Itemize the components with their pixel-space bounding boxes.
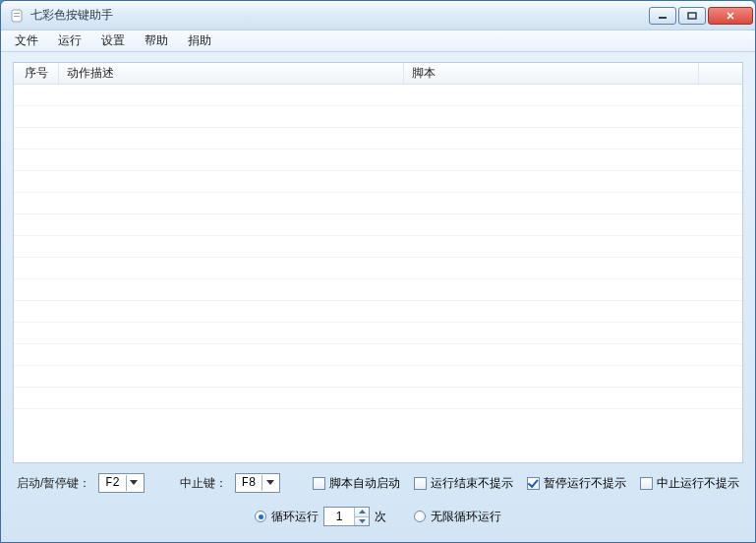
menu-donate[interactable]: 捐助	[178, 30, 221, 51]
col-header-desc[interactable]: 动作描述	[59, 63, 404, 84]
checkbox-no-prompt-pause[interactable]: 暂停运行不提示	[527, 475, 626, 492]
close-button[interactable]	[708, 7, 753, 25]
table-row[interactable]	[14, 214, 742, 236]
checkbox-no-prompt-stop-label: 中止运行不提示	[657, 475, 739, 492]
radio-infinite-loop[interactable]: 无限循环运行	[414, 509, 501, 525]
action-table[interactable]: 序号 动作描述 脚本	[13, 62, 743, 463]
radio-loop-times-label: 循环运行	[271, 509, 319, 525]
maximize-button[interactable]	[678, 7, 706, 25]
col-header-index[interactable]: 序号	[14, 63, 59, 84]
loop-times-input[interactable]	[324, 508, 354, 525]
stop-combo[interactable]: F8	[235, 473, 280, 493]
table-row[interactable]	[14, 388, 742, 409]
controls-row-2: 循环运行 次 无限循环运行	[13, 503, 743, 528]
table-header: 序号 动作描述 脚本	[14, 63, 742, 85]
menu-settings[interactable]: 设置	[91, 30, 135, 51]
controls-row-1: 启动/暂停键： F2 中止键： F8 脚本自动启动	[13, 473, 743, 493]
table-row[interactable]	[14, 258, 742, 279]
dropdown-arrow-icon	[126, 475, 142, 491]
checkbox-no-prompt-end-label: 运行结束不提示	[431, 475, 513, 492]
start-pause-combo[interactable]: F2	[98, 473, 144, 493]
table-row[interactable]	[14, 366, 742, 388]
table-row[interactable]	[14, 323, 742, 344]
loop-times-spinner[interactable]	[323, 507, 370, 526]
start-pause-label: 启动/暂停键：	[17, 475, 90, 492]
app-icon	[9, 8, 25, 24]
dropdown-arrow-icon	[262, 475, 277, 491]
table-row[interactable]	[14, 106, 742, 128]
checkbox-auto-start-label: 脚本自动启动	[329, 475, 400, 492]
checkbox-no-prompt-stop[interactable]: 中止运行不提示	[640, 475, 739, 492]
titlebar[interactable]: 七彩色按键助手	[1, 1, 755, 30]
checkbox-auto-start[interactable]: 脚本自动启动	[313, 475, 400, 492]
stop-label: 中止键：	[180, 475, 227, 492]
checkbox-no-prompt-end[interactable]: 运行结束不提示	[414, 475, 513, 492]
client-area: 序号 动作描述 脚本	[1, 52, 755, 542]
col-header-script[interactable]: 脚本	[404, 63, 699, 84]
table-row[interactable]	[14, 128, 742, 150]
menubar: 文件 运行 设置 帮助 捐助	[1, 30, 755, 52]
svg-rect-4	[688, 13, 696, 19]
table-row[interactable]	[14, 301, 742, 323]
table-row[interactable]	[14, 171, 742, 193]
menu-help[interactable]: 帮助	[135, 30, 178, 51]
svg-rect-1	[14, 13, 20, 14]
radio-infinite-loop-label: 无限循环运行	[431, 509, 501, 525]
app-window: 七彩色按键助手 文件 运行 设置 帮助 捐助 序号 动作描述 脚本	[0, 0, 756, 543]
svg-rect-2	[14, 16, 20, 17]
radio-loop-times[interactable]: 循环运行 次	[255, 507, 386, 526]
table-row[interactable]	[14, 279, 742, 301]
table-body[interactable]	[14, 85, 742, 462]
menu-run[interactable]: 运行	[48, 30, 91, 51]
svg-rect-3	[659, 17, 667, 19]
loop-times-suffix: 次	[375, 509, 386, 525]
window-title: 七彩色按键助手	[30, 7, 113, 24]
start-pause-value: F2	[105, 476, 119, 490]
checkbox-no-prompt-pause-label: 暂停运行不提示	[544, 475, 626, 492]
menu-file[interactable]: 文件	[5, 30, 48, 51]
table-row[interactable]	[14, 236, 742, 258]
table-row[interactable]	[14, 193, 742, 214]
minimize-button[interactable]	[649, 7, 676, 25]
table-row[interactable]	[14, 85, 742, 106]
stop-value: F8	[242, 476, 256, 490]
table-row[interactable]	[14, 344, 742, 366]
spin-down-button[interactable]	[355, 517, 369, 526]
spin-up-button[interactable]	[355, 508, 369, 517]
col-header-tail	[699, 63, 742, 84]
table-row[interactable]	[14, 150, 742, 171]
